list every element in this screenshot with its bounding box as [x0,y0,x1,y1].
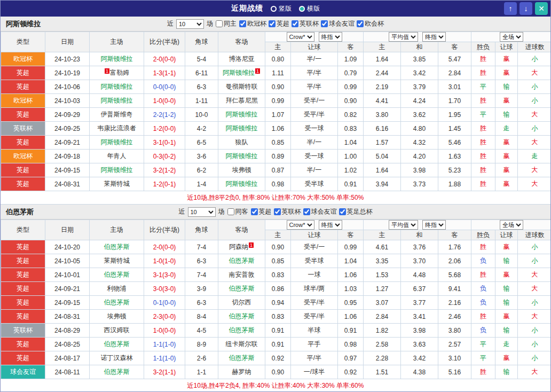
league-type: 英超 [1,296,45,310]
layout-radio-vertical[interactable]: 竖版 [271,4,292,13]
asian-odds-home: 0.90 [265,80,291,94]
asian-handicap-line: 受半/一 [291,240,338,254]
asian-odds-home: 0.80 [265,52,291,66]
league-filter[interactable]: 欧冠杯 [239,19,266,28]
col-header-home: 主场 [90,32,144,52]
same-venue-checkbox[interactable] [216,20,223,27]
euro-odds-draw: 4.32 [401,136,438,150]
close-button[interactable]: ✕ [535,2,548,15]
match-date: 24-08-31 [45,310,90,324]
col-header-away: 客场 [218,32,265,52]
scroll-up-button[interactable]: ↑ [504,2,517,15]
home-team-name: 伯恩茅斯 [104,340,130,348]
asian-odds-home: 0.85 [265,136,291,150]
home-team: 阿斯顿维拉 [90,163,144,177]
euro-odds-away: 3.80 [438,324,471,338]
league-type: 英超 [1,282,45,296]
col-header-euro-away: 客 [438,42,471,52]
euro-odds-home: 2.28 [364,351,401,365]
average-odds-select[interactable]: 平均值 [389,220,418,230]
league-label: 欧冠杯 [247,19,266,28]
league-type: 英超 [1,163,45,177]
league-checkbox[interactable] [339,208,346,215]
home-team-name: 伊普斯维奇 [101,111,133,118]
asian-final-odds-select[interactable]: 终指 [319,220,342,230]
corner-score: 2-6 [185,351,218,365]
match-date: 24-08-25 [45,338,90,351]
match-date: 24-09-15 [45,296,90,310]
league-checkbox[interactable] [251,208,258,215]
same-venue-filter[interactable]: 同主 [216,19,237,28]
euro-final-odds-select[interactable]: 终指 [422,220,446,230]
league-checkbox[interactable] [274,208,281,215]
league-filter[interactable]: 球会友谊 [303,207,337,216]
league-type: 英超 [1,177,45,191]
asian-final-odds-select[interactable]: 终指 [319,32,342,42]
league-filter[interactable]: 英超 [251,207,272,216]
euro-final-odds-select[interactable]: 终指 [422,32,446,42]
home-team: 伯恩茅斯 [90,240,144,254]
league-checkbox[interactable] [292,20,298,27]
result-handicap: 赢 [495,177,518,191]
result-wdl: 平 [471,108,495,122]
recent-count-select[interactable]: 10 [188,207,216,217]
layout-radio-horizontal[interactable]: 横版 [299,4,320,13]
same-venue-checkbox[interactable] [227,208,234,215]
match-row: 英联杯24-09-25韦康比流浪者1-2(0-0)4-2阿斯顿维拉1.06受一球… [1,122,551,136]
league-filter[interactable]: 英足总杯 [339,207,373,216]
corner-score: 7-4 [185,268,218,282]
score-halftime: 1-1(1-0) [144,338,185,351]
score-halftime: 2-2(1-2) [144,108,185,122]
result-wdl: 胜 [471,136,495,150]
corner-score: 6-2 [185,163,218,177]
bournemouth-results-table: 类型 日期 主场 比分(半场) 角球 客场 Crow* 终指 平均值 [1,219,551,379]
league-filter[interactable]: 球会友谊 [321,19,355,28]
league-checkbox[interactable] [321,20,328,27]
result-handicap: 赢 [495,66,518,80]
scroll-down-button[interactable]: ↓ [519,2,532,15]
euro-odds-draw: 3.42 [401,351,438,365]
scope-select[interactable]: 全场 [500,32,523,42]
score-halftime: 1-2(0-1) [144,177,185,191]
league-label: 英足总杯 [347,207,373,216]
euro-odds-home: 5.04 [364,150,401,163]
same-venue-filter[interactable]: 同客 [227,207,248,216]
col-header-result: 胜负 [471,42,495,52]
league-type: 欧冠杯 [1,52,45,66]
home-team-name: 利物浦 [107,285,127,292]
home-team-name: 阿斯顿维拉 [101,138,133,146]
league-filter[interactable]: 英联杯 [292,19,319,28]
recent-count-select[interactable]: 10 [176,19,204,29]
away-team: 埃弗顿 [218,163,265,177]
asian-odds-home: 0.86 [265,282,291,296]
asian-odds-home: 0.90 [265,365,291,379]
asian-odds-away: 1.06 [338,268,364,282]
asian-odds-away: 0.95 [338,296,364,310]
home-team-name: 莱斯特城 [104,257,130,264]
average-odds-select[interactable]: 平均值 [389,32,418,42]
home-team: 伯恩茅斯 [90,268,144,282]
asian-odds-home: 0.85 [265,254,291,268]
euro-odds-draw: 3.73 [401,177,438,191]
league-checkbox[interactable] [239,20,246,27]
asian-odds-away: 1.09 [338,52,364,66]
league-checkbox[interactable] [269,20,276,27]
euro-odds-away: 5.47 [438,52,471,66]
league-filter[interactable]: 欧会杯 [357,19,384,28]
euro-odds-home: 1.64 [364,52,401,66]
league-checkbox[interactable] [303,208,310,215]
league-checkbox[interactable] [357,20,364,27]
result-goals: 小 [518,351,551,365]
match-date: 24-09-29 [45,108,90,122]
away-team: 阿斯顿维拉1 [218,66,265,80]
team-section-header: 伯恩茅斯 近 10 场 同客 英超英联杯球会友谊英足总杯 [1,205,550,219]
score-halftime: 2-3(0-0) [144,310,185,324]
league-filter[interactable]: 英超 [269,19,289,28]
bookmaker-select[interactable]: Crow* [287,220,314,230]
col-header-corner: 角球 [185,220,218,240]
bookmaker-select[interactable]: Crow* [287,32,314,42]
league-filter[interactable]: 英联杯 [274,207,301,216]
corner-score: 10-0 [185,108,218,122]
asian-odds-home: 0.98 [265,177,291,191]
scope-select[interactable]: 全场 [500,220,523,230]
